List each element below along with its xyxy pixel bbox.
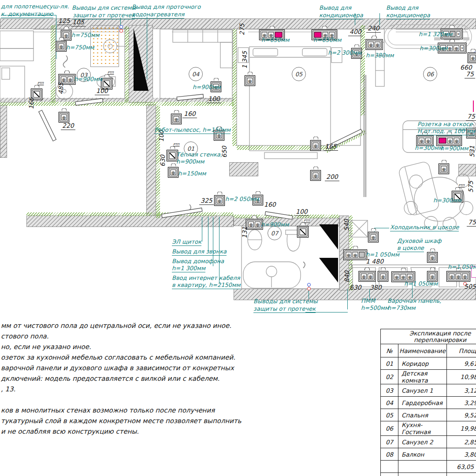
dimension-label: 166 bbox=[28, 97, 35, 109]
note-line: ков в монолитных стенах возможно только … bbox=[1, 405, 242, 416]
leader-line bbox=[379, 13, 380, 25]
dimension-label: 200 bbox=[325, 174, 339, 181]
annotation-label: кондиционера bbox=[386, 12, 430, 19]
dimension-label: 1 480 bbox=[366, 258, 383, 265]
table-cell: 3,12 bbox=[447, 384, 476, 397]
annotation-label: h=900мм bbox=[176, 158, 205, 165]
outlet-module: ⊕ bbox=[368, 42, 374, 48]
power-outlet-icon: ⊕⊕⊕ bbox=[393, 273, 414, 281]
annotation-label: Н от.под. = 100 мм bbox=[417, 128, 475, 135]
table-cell: 05 bbox=[381, 409, 398, 421]
annotation-label: к. документацию bbox=[1, 11, 53, 18]
ptp-label: РТП bbox=[303, 219, 310, 223]
outlet-module: ⊕ bbox=[454, 45, 459, 51]
table-row: 05Спальня9,52 bbox=[381, 409, 476, 421]
power-outlet-icon: ⊕⊕ bbox=[438, 137, 461, 145]
outlet-module: ⊕ bbox=[401, 274, 406, 280]
tv-outlet-icon: РТП bbox=[298, 227, 308, 237]
dimension-label: 220 bbox=[61, 123, 75, 130]
leader-line bbox=[208, 217, 208, 251]
annotation-label: защиты от протечек bbox=[253, 305, 316, 313]
dimension-label: 165 bbox=[324, 143, 338, 151]
dimension-label: 240 bbox=[366, 25, 381, 33]
outlet-module: ⊕ bbox=[247, 78, 253, 84]
dimension-label: 100 bbox=[95, 88, 109, 95]
table-cell: 02 bbox=[381, 370, 398, 384]
note-line: но, если не указано иное. bbox=[1, 342, 242, 352]
dimension-label: 100 bbox=[207, 96, 221, 103]
table-cell: 63,05 bbox=[447, 461, 476, 473]
annotation-label: в цоколе bbox=[397, 245, 424, 252]
tv-conduit-line bbox=[473, 100, 474, 112]
annotation-label: Выводы для системы bbox=[253, 298, 318, 305]
annotation-label: h=650мм bbox=[313, 37, 342, 43]
outlet-module: ⊕ bbox=[61, 115, 67, 120]
annotation-label: h=1 320мм bbox=[419, 31, 452, 37]
table-cell: Детская комната bbox=[398, 370, 447, 384]
annotation-label: Тёплая стенка, bbox=[176, 151, 222, 158]
dimension-label: 160 bbox=[182, 111, 197, 118]
outlet-module: ⊕ bbox=[346, 252, 352, 258]
leader-line bbox=[147, 17, 147, 79]
col-header-number: № bbox=[381, 344, 398, 357]
power-outlet-icon: ⊕ bbox=[172, 115, 181, 123]
table-cell: 9,61 bbox=[447, 357, 476, 370]
dimension-label: 400 bbox=[348, 29, 363, 36]
power-outlet-icon: ⊕ bbox=[369, 233, 378, 242]
annotation-label: h=1 050мм bbox=[404, 280, 438, 287]
table-cell: 01 bbox=[381, 357, 398, 370]
power-outlet-icon: ⊕⊕ bbox=[360, 272, 375, 281]
outlet-module bbox=[169, 152, 176, 159]
table-cell bbox=[398, 473, 447, 476]
outlet-module: ⊕ bbox=[353, 252, 358, 258]
col-header-name: Наименование bbox=[398, 344, 447, 357]
table-row: 04Гардеробная3,29 bbox=[381, 397, 476, 409]
table-cell: Санузел 2 bbox=[398, 436, 447, 448]
dimension-label: 75 bbox=[467, 219, 476, 227]
dimension-label: 575 bbox=[468, 181, 474, 193]
room-number-05: 05 bbox=[292, 67, 306, 81]
note-line: дключений: модель предоставляется с вилк… bbox=[1, 373, 242, 384]
note-line: мм от чистового пола до центральной оси,… bbox=[1, 320, 242, 331]
power-outlet-icon: ⊕⊕ bbox=[247, 220, 262, 229]
table-cell: Балкон bbox=[398, 448, 447, 461]
dimension-label: 325 bbox=[199, 197, 214, 205]
table-cell: 10,98 bbox=[447, 370, 476, 384]
dimension-label: 75 bbox=[465, 71, 475, 78]
outlet-module: ⊕ bbox=[217, 198, 223, 204]
annotation-label: h=900мм bbox=[440, 145, 469, 152]
power-outlet-icon: ⊕ bbox=[246, 77, 254, 85]
annotation-label: h=730мм bbox=[387, 305, 416, 311]
outlet-module bbox=[300, 229, 306, 235]
dimension-label: 275 bbox=[239, 23, 245, 35]
outlet-module: ⊕ bbox=[470, 55, 476, 61]
power-outlet-icon: ⊕ bbox=[169, 168, 178, 177]
outlet-module: ⊕ bbox=[462, 274, 468, 279]
outlet-module: ⊕ bbox=[394, 274, 400, 280]
dimension-label: 650 bbox=[221, 146, 228, 158]
table-cell: 9,52 bbox=[447, 409, 476, 421]
power-outlet-icon: ⊕ bbox=[440, 165, 448, 173]
annotation-label: Вывод домофона bbox=[172, 258, 224, 264]
annotation-label: h=380мм bbox=[366, 52, 394, 59]
power-outlet-icon: ⊕ bbox=[312, 171, 320, 180]
note-line: варочной панели и духового шкафа в завис… bbox=[1, 363, 242, 373]
table-cell bbox=[447, 473, 476, 476]
annotation-label: h=2 300мм bbox=[328, 49, 361, 56]
dimension-label: 160 bbox=[264, 201, 276, 208]
room-number-04: 04 bbox=[189, 67, 203, 81]
leader-line bbox=[347, 289, 348, 309]
dimension-label: 125 bbox=[57, 18, 71, 25]
note-line: стового пола. bbox=[1, 331, 242, 342]
notes-block: мм от чистового пола до центральной оси,… bbox=[1, 320, 242, 437]
annotation-label: водонагревателя bbox=[132, 11, 184, 19]
annotation-label: h=900мм bbox=[261, 221, 289, 228]
annotation-label: Робот-пылесос, h=150мм bbox=[154, 126, 231, 134]
table-cell: 03 bbox=[381, 384, 398, 397]
annotation-label: h=2 050мм bbox=[225, 196, 259, 202]
table-cell: 19,98 bbox=[447, 421, 476, 436]
ptp-label: РТП bbox=[173, 143, 180, 147]
outlet-module: ⊕ bbox=[425, 138, 431, 144]
dimension-label: 660 bbox=[460, 64, 472, 71]
dimension-label: 75 bbox=[466, 113, 476, 121]
